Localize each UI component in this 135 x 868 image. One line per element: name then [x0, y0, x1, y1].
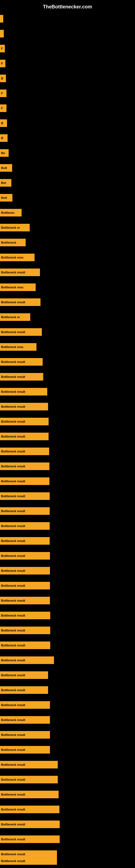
bar-item: Bottleneck result	[0, 612, 50, 619]
bar-label: Bottleneck result	[1, 465, 25, 468]
bar-label: Bottleneck result	[1, 629, 25, 632]
bar-item: Bottleneck result	[0, 776, 58, 783]
bar-item: Bottleneck result	[0, 433, 49, 440]
bar-fill: B	[0, 119, 7, 127]
bar-fill: Bottleneck result	[0, 791, 58, 798]
bar-item: Bottleneck resu	[0, 343, 37, 351]
bar-item: Bottleneck result	[0, 447, 49, 455]
bar-label: Bott	[1, 196, 7, 199]
bar-fill: Bottleneck resu	[0, 343, 37, 351]
bar-fill: Bottleneck result	[0, 716, 50, 724]
bar-label: Bottleneck result	[1, 390, 25, 393]
bar-fill: Bottleneck result	[0, 567, 50, 575]
bar-item: Bottleneck result	[0, 731, 50, 739]
bar-item: Bottleneck re	[0, 224, 30, 231]
bar-label: Bottleneck result	[1, 659, 25, 662]
bar-fill: Bottleneck result	[0, 597, 50, 604]
bar-item: Bottleneck result	[0, 388, 47, 396]
bar-fill: Bottleneck result	[0, 627, 50, 634]
bar-item: Bottleneck result	[0, 627, 50, 634]
bar-item: Bottleneck result	[0, 642, 50, 649]
bar-item: F	[0, 104, 6, 112]
bar-label: Bottleneck resu	[1, 256, 24, 259]
bar-item: Bottleneck result	[0, 477, 49, 485]
bar-item: Bot	[0, 179, 11, 187]
bar-fill: Bottleneck result	[0, 299, 41, 306]
bar-item: Bo	[0, 149, 9, 157]
bar-item: Bottleneck result	[0, 686, 48, 694]
bar-label: Bottleneck result	[1, 614, 25, 617]
bar-item: Bottlenec	[0, 209, 21, 216]
bar-item: Bottleneck result	[0, 671, 48, 679]
bar-label: Bott	[1, 166, 7, 169]
bar-label: Bottleneck result	[1, 688, 25, 692]
bar-fill: Bottleneck resu	[0, 283, 36, 291]
bar-fill: Bottleneck result	[0, 835, 60, 843]
bar-label: Bottleneck resu	[1, 345, 24, 348]
bar-item: B	[0, 74, 6, 82]
bar-fill: Bottleneck result	[0, 656, 54, 664]
bar-fill: Bottleneck result	[0, 820, 60, 828]
bar-item: Bottleneck resu	[0, 283, 36, 291]
bar-label: Bottleneck result	[1, 405, 25, 408]
bar-item: Bottleneck result	[0, 537, 50, 545]
bar-label: B	[1, 77, 3, 80]
bar-item: Bottleneck result	[0, 716, 50, 724]
bar-label: Bottleneck re	[1, 226, 20, 229]
bar-fill: F	[0, 60, 5, 67]
bar-label: Bottleneck resu	[1, 286, 24, 289]
bar-fill: B	[0, 134, 8, 142]
bar-fill: Bottleneck result	[0, 671, 48, 679]
bar-item	[0, 30, 4, 37]
bar-label: Bottleneck result	[1, 674, 25, 677]
bar-label: F	[1, 47, 3, 50]
bar-fill: Bottleneck result	[0, 388, 47, 396]
bar-label: Bottleneck result	[1, 479, 25, 483]
bar-label: Bot	[1, 181, 6, 184]
bar-item: Bott	[0, 164, 12, 172]
bar-label: F	[1, 106, 3, 110]
bar-label: Bottleneck result	[1, 509, 25, 513]
bar-label: Bottleneck re	[1, 315, 20, 319]
bar-item: Bottleneck result	[0, 835, 60, 843]
bar-label: B	[1, 136, 3, 140]
bar-label: Bottleneck result	[1, 435, 25, 438]
bar-fill: Bo	[0, 149, 9, 157]
bar-fill: B	[0, 74, 6, 82]
bar-item: F	[0, 60, 5, 67]
bar-item: Bottleneck	[0, 239, 26, 246]
bar-fill: Bottlenec	[0, 209, 21, 216]
bar-label: Bottleneck result	[1, 599, 25, 602]
bar-label: Bottleneck result	[1, 539, 25, 542]
bar-fill: Bottleneck result	[0, 358, 43, 366]
bar-label: Bottleneck result	[1, 360, 25, 364]
bar-label: Bottleneck result	[1, 793, 25, 796]
bar-item: Bottleneck result	[0, 418, 49, 425]
bar-label: Bottleneck result	[1, 808, 25, 811]
bar-item: Bott	[0, 194, 12, 202]
bar-item: Bottleneck result	[0, 373, 43, 380]
bar-fill: Bottleneck result	[0, 701, 50, 709]
bar-label: Bottleneck result	[1, 330, 25, 334]
bar-label: Bottleneck result	[1, 718, 25, 721]
bar-item: Bottleneck result	[0, 582, 50, 589]
bar-label: B	[1, 122, 3, 125]
bar-fill: Bot	[0, 179, 11, 187]
bar-fill: Bottleneck result	[0, 537, 50, 545]
bar-item: Bottleneck result	[0, 597, 50, 604]
bar-label: Bottleneck result	[1, 495, 25, 498]
bar-fill: Bottleneck re	[0, 224, 30, 231]
bar-fill: Bottleneck result	[0, 857, 57, 865]
bar-label: Bottleneck result	[1, 838, 25, 841]
bar-fill	[0, 30, 4, 37]
bar-item: Bottleneck re	[0, 313, 30, 321]
bar-label: F	[1, 62, 3, 65]
bar-fill: Bottleneck result	[0, 522, 50, 530]
bar-label: Bottleneck result	[1, 703, 25, 707]
bar-label: Bottleneck result	[1, 524, 25, 528]
bar-item: Bottleneck result	[0, 820, 60, 828]
bar-label: Bottleneck result	[1, 859, 25, 863]
bar-item: Bottleneck result	[0, 403, 48, 410]
bar-fill: Bottleneck result	[0, 507, 50, 515]
bar-label: Bottlenec	[1, 211, 14, 214]
